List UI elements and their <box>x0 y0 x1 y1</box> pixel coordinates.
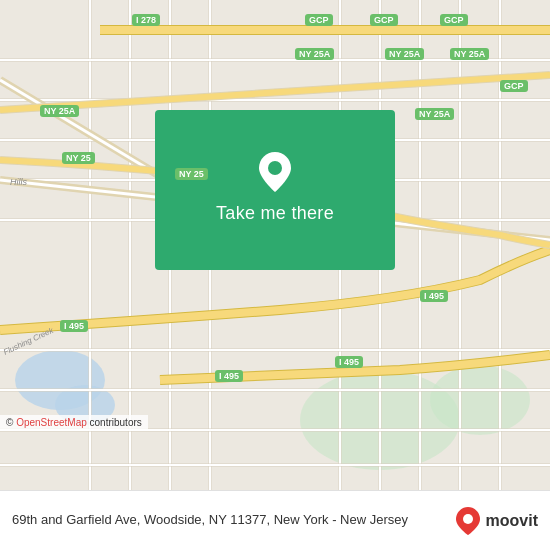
svg-point-52 <box>463 514 473 524</box>
badge-gcp-2: GCP <box>370 14 398 26</box>
moovit-brand-text: moovit <box>486 512 538 530</box>
bottom-bar: 69th and Garfield Ave, Woodside, NY 1137… <box>0 490 550 550</box>
badge-i495-2: I 495 <box>215 370 243 382</box>
svg-point-4 <box>430 365 530 435</box>
badge-i495-4: I 495 <box>420 290 448 302</box>
copyright-text: © OpenStreetMap contributors <box>6 417 142 428</box>
badge-ny25a-left: NY 25A <box>40 105 79 117</box>
svg-point-51 <box>268 161 282 175</box>
take-me-there-button[interactable]: Take me there <box>204 199 346 228</box>
location-overlay: Take me there <box>155 110 395 270</box>
badge-ny25a-tr: NY 25A <box>415 108 454 120</box>
badge-gcp-4: GCP <box>500 80 528 92</box>
map-container: Hills Flushing Creek Take me there NY 25… <box>0 0 550 490</box>
badge-ny25-center: NY 25 <box>175 168 208 180</box>
moovit-logo: moovit <box>454 505 538 537</box>
moovit-pin-icon <box>454 505 482 537</box>
map-pin-icon <box>256 153 294 191</box>
address-text: 69th and Garfield Ave, Woodside, NY 1137… <box>12 512 446 529</box>
svg-text:Hills: Hills <box>10 177 27 187</box>
badge-gcp-1: GCP <box>305 14 333 26</box>
badge-ny25a-2: NY 25A <box>385 48 424 60</box>
badge-i495-3: I 495 <box>335 356 363 368</box>
badge-ny25-left: NY 25 <box>62 152 95 164</box>
badge-ny25a-3: NY 25A <box>450 48 489 60</box>
badge-gcp-3: GCP <box>440 14 468 26</box>
badge-ny25a-1: NY 25A <box>295 48 334 60</box>
copyright-bar: © OpenStreetMap contributors <box>0 415 148 430</box>
badge-i278: I 278 <box>132 14 160 26</box>
badge-i495-1: I 495 <box>60 320 88 332</box>
